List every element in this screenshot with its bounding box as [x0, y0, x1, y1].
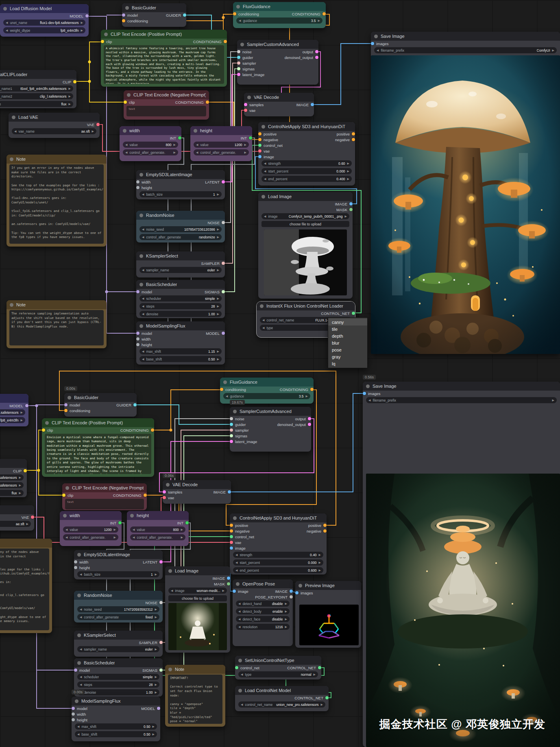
node-header[interactable]: BasicScheduler — [136, 280, 225, 289]
dropdown-option-tile[interactable]: tile — [328, 325, 367, 332]
node-load-diffusion-model[interactable]: Load Diffusion ModelMODEL◀unet_nameflux1… — [0, 394, 28, 426]
output-port-control-net[interactable] — [318, 666, 321, 669]
widget-control-after-generate[interactable]: ◀control_after_generaterandomize▶ — [139, 234, 222, 240]
node-basicguider[interactable]: 0.00sBasicGuidermodelGUIDERconditioning — [64, 393, 137, 417]
increment-arrow-icon[interactable]: ▶ — [217, 358, 219, 361]
collapse-dot-icon[interactable] — [168, 668, 172, 671]
collapse-dot-icon[interactable] — [77, 633, 81, 637]
increment-arrow-icon[interactable]: ▶ — [217, 269, 219, 272]
output-port-model[interactable] — [157, 707, 160, 710]
decrement-arrow-icon[interactable]: ◀ — [6, 21, 8, 24]
input-port-model[interactable] — [136, 332, 139, 335]
decrement-arrow-icon[interactable]: ◀ — [238, 625, 240, 629]
node-header[interactable]: DualCLIPLoader — [0, 459, 27, 468]
collapse-dot-icon[interactable] — [374, 35, 378, 38]
input-port-model[interactable] — [136, 290, 139, 293]
input-port-conditioning[interactable] — [64, 409, 68, 412]
increment-arrow-icon[interactable]: ▶ — [347, 177, 349, 181]
increment-arrow-icon[interactable]: ▶ — [217, 236, 219, 239]
widget-filename-prefix[interactable]: ◀filename_prefixComfyUI▶ — [374, 47, 557, 53]
increment-arrow-icon[interactable]: ▶ — [19, 491, 21, 495]
input-port-height[interactable] — [136, 343, 139, 346]
node-header[interactable]: Note — [7, 300, 107, 309]
input-port-image[interactable] — [233, 590, 236, 593]
collapse-dot-icon[interactable] — [125, 6, 129, 10]
widget-control-after-generate[interactable]: ◀control_after_generate.▶ — [123, 149, 178, 155]
node-header[interactable]: FluxGuidance — [220, 378, 314, 387]
widget-image[interactable]: ◀imageComfyUI_temp_pubrh_00001_.png▶ — [261, 213, 349, 219]
increment-arrow-icon[interactable]: ▶ — [155, 691, 157, 694]
node-vae-decode[interactable]: VAE DecodesamplesIMAGEvae — [244, 93, 314, 116]
output-port-image[interactable] — [349, 202, 353, 205]
collapse-dot-icon[interactable] — [63, 514, 67, 518]
input-port-vae[interactable] — [163, 496, 166, 499]
node-header[interactable]: FluxGuidance — [233, 2, 326, 11]
node-header[interactable]: Load Image — [258, 192, 353, 201]
widget-batch-size[interactable]: ◀batch_size1▶ — [139, 191, 222, 197]
node-graph-canvas[interactable]: Load Diffusion ModelMODEL◀unet_nameflux1… — [0, 0, 560, 747]
increment-arrow-icon[interactable]: ▶ — [285, 602, 287, 605]
upload-button[interactable]: choose file to upload — [168, 595, 227, 601]
output-port-model[interactable] — [85, 14, 89, 17]
output-port-conditioning[interactable] — [322, 12, 326, 15]
collapse-dot-icon[interactable] — [166, 483, 170, 487]
increment-arrow-icon[interactable]: ▶ — [174, 143, 176, 146]
node-samplercustomadvanced[interactable]: 19.67sSamplerCustomAdvancednoiseoutputgu… — [230, 407, 311, 452]
input-port-vae[interactable] — [244, 109, 247, 112]
decrement-arrow-icon[interactable]: ◀ — [133, 536, 135, 539]
widget-weight-dtype[interactable]: ◀weight_dtypefp8_e4m3fn▶ — [3, 27, 85, 33]
decrement-arrow-icon[interactable]: ◀ — [262, 326, 264, 330]
input-port-samples[interactable] — [163, 490, 166, 494]
widget-base-shift[interactable]: ◀base_shift0.50▶ — [75, 731, 157, 737]
increment-arrow-icon[interactable]: ▶ — [314, 673, 316, 676]
output-port-guider[interactable] — [183, 13, 186, 17]
widget-detect-face[interactable]: ◀detect_facedisable▶ — [236, 616, 290, 622]
output-port-int[interactable] — [185, 521, 189, 524]
input-port-conditioning[interactable] — [220, 388, 223, 391]
widget-sampler-name[interactable]: ◀sampler_nameeuler▶ — [77, 646, 159, 652]
widget-control-after-generate[interactable]: ◀control_after_generatefixed▶ — [77, 614, 159, 620]
node-header[interactable]: Preview Image — [295, 581, 361, 590]
input-port-sampler[interactable] — [230, 428, 233, 432]
node-ksamplerselect[interactable]: KSamplerSelectSAMPLER◀sampler_nameeuler▶ — [74, 631, 163, 657]
decrement-arrow-icon[interactable]: ◀ — [80, 648, 82, 651]
decrement-arrow-icon[interactable]: ◀ — [239, 19, 241, 22]
decrement-arrow-icon[interactable]: ◀ — [142, 228, 144, 231]
text-area[interactable]: text — [65, 499, 144, 509]
input-port-positive[interactable] — [258, 132, 261, 135]
increment-arrow-icon[interactable]: ▶ — [347, 162, 349, 165]
increment-arrow-icon[interactable]: ▶ — [19, 476, 21, 479]
node-header[interactable]: RandomNoise — [74, 591, 163, 600]
node-header[interactable]: CLIP Text Encode (Negative Prompt) — [62, 483, 147, 492]
decrement-arrow-icon[interactable]: ◀ — [133, 528, 135, 531]
increment-arrow-icon[interactable]: ▶ — [217, 312, 219, 316]
node-header[interactable]: Load VAE — [9, 113, 100, 122]
collapse-dot-icon[interactable] — [139, 254, 143, 258]
node-load-controlnet-model[interactable]: Load ControlNet ModelCONTROL_NET◀control… — [235, 686, 329, 711]
collapse-dot-icon[interactable] — [236, 5, 240, 9]
widget-clip-name2[interactable]: ◀clip_name2clip_l.safetensors▶ — [0, 93, 73, 99]
output-port-clip[interactable] — [24, 469, 27, 472]
increment-arrow-icon[interactable]: ▶ — [155, 616, 157, 619]
input-port-samples[interactable] — [244, 103, 247, 106]
output-port-pose-keypoint[interactable] — [290, 595, 293, 598]
input-port-vae[interactable] — [230, 541, 233, 544]
decrement-arrow-icon[interactable]: ◀ — [77, 725, 79, 728]
node-openpose-pose[interactable]: OpenPose PoseimageIMAGEPOSE_KEYPOINT◀det… — [233, 579, 293, 646]
input-port-model[interactable] — [64, 403, 68, 406]
input-port-noise[interactable] — [230, 417, 233, 420]
output-port-positive[interactable] — [323, 524, 327, 527]
increment-arrow-icon[interactable]: ▶ — [26, 522, 28, 526]
widget-strength[interactable]: ◀strength0.40▶ — [233, 552, 323, 558]
increment-arrow-icon[interactable]: ▶ — [153, 733, 155, 736]
input-port-guider[interactable] — [230, 423, 233, 426]
input-port-images[interactable] — [371, 42, 374, 45]
node-width[interactable]: widthINT◀value800▶◀control_after_generat… — [120, 126, 181, 161]
output-port-int[interactable] — [178, 136, 181, 140]
increment-arrow-icon[interactable]: ▶ — [155, 608, 157, 611]
output-port-guider[interactable] — [133, 403, 137, 406]
text-area[interactable]: text — [126, 106, 206, 116]
output-port-int[interactable] — [249, 136, 252, 140]
node-randomnoise[interactable]: RandomNoiseNOISE◀noise_seed1078547336120… — [136, 211, 225, 242]
increment-arrow-icon[interactable]: ▶ — [345, 215, 347, 218]
